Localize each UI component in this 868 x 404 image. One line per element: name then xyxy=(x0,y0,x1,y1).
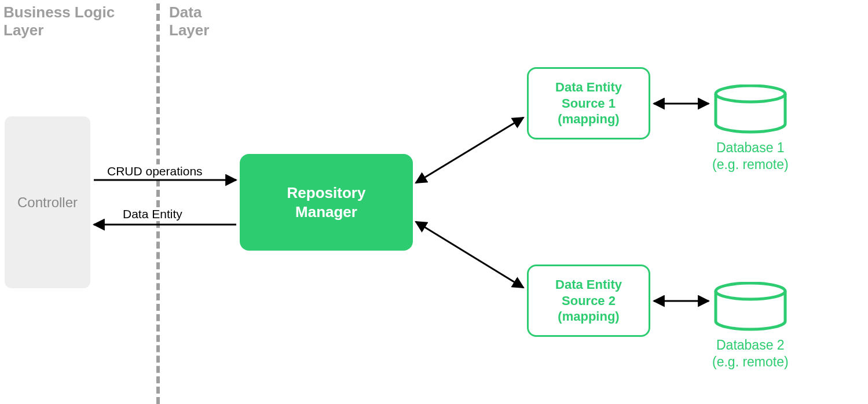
repository-manager-node: RepositoryManager xyxy=(240,154,413,251)
data-entity-source-2-node: Data EntitySource 2(mapping) xyxy=(527,265,650,337)
data-entity-label: Data Entity xyxy=(122,207,184,221)
business-logic-layer-label: Business LogicLayer xyxy=(3,3,115,39)
data-entity-source-1-node: Data EntitySource 1(mapping) xyxy=(527,67,650,139)
controller-node: Controller xyxy=(5,116,90,288)
database-2: Database 2(e.g. remote) xyxy=(712,282,789,370)
database-icon xyxy=(713,282,788,331)
data-layer-label: DataLayer xyxy=(169,3,209,39)
crud-operations-label: CRUD operations xyxy=(106,164,204,178)
svg-point-7 xyxy=(716,283,785,299)
database-icon xyxy=(713,85,788,134)
database-1-label: Database 1(e.g. remote) xyxy=(712,139,789,173)
svg-point-6 xyxy=(716,86,785,102)
svg-line-2 xyxy=(416,117,523,183)
layer-divider xyxy=(156,3,160,404)
database-2-label: Database 2(e.g. remote) xyxy=(712,337,789,370)
database-1: Database 1(e.g. remote) xyxy=(712,85,789,173)
svg-line-3 xyxy=(416,222,523,288)
